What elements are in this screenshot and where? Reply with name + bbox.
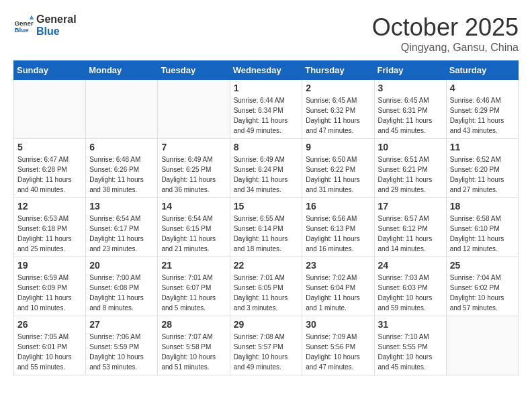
day-number: 29: [234, 319, 299, 330]
day-info: Sunrise: 6:46 AM Sunset: 6:29 PM Dayligh…: [450, 95, 515, 136]
calendar-cell: 17Sunrise: 6:57 AM Sunset: 6:12 PM Dayli…: [374, 198, 446, 257]
day-info: Sunrise: 6:59 AM Sunset: 6:09 PM Dayligh…: [17, 273, 82, 313]
calendar-cell: 24Sunrise: 7:03 AM Sunset: 6:03 PM Dayli…: [374, 257, 446, 316]
day-number: 13: [89, 201, 154, 212]
calendar-cell: 16Sunrise: 6:56 AM Sunset: 6:13 PM Dayli…: [302, 198, 374, 257]
day-info: Sunrise: 6:47 AM Sunset: 6:28 PM Dayligh…: [17, 154, 82, 195]
day-number: 20: [89, 260, 154, 271]
day-info: Sunrise: 7:04 AM Sunset: 6:02 PM Dayligh…: [450, 273, 515, 313]
calendar-cell: 15Sunrise: 6:55 AM Sunset: 6:14 PM Dayli…: [230, 198, 302, 257]
calendar-cell: 8Sunrise: 6:49 AM Sunset: 6:24 PM Daylig…: [230, 139, 302, 198]
calendar-cell: 7Sunrise: 6:49 AM Sunset: 6:25 PM Daylig…: [158, 139, 230, 198]
col-header-saturday: Saturday: [446, 61, 518, 80]
col-header-friday: Friday: [374, 61, 446, 80]
page-header: General Blue General Blue October 2025 Q…: [13, 13, 519, 54]
svg-text:Blue: Blue: [15, 26, 30, 33]
day-number: 28: [161, 319, 226, 330]
day-info: Sunrise: 6:49 AM Sunset: 6:24 PM Dayligh…: [234, 154, 299, 195]
day-info: Sunrise: 7:00 AM Sunset: 6:08 PM Dayligh…: [89, 273, 154, 313]
calendar-cell: 4Sunrise: 6:46 AM Sunset: 6:29 PM Daylig…: [446, 80, 518, 139]
calendar-cell: 5Sunrise: 6:47 AM Sunset: 6:28 PM Daylig…: [14, 139, 86, 198]
calendar-cell: [86, 80, 158, 139]
week-row-2: 5Sunrise: 6:47 AM Sunset: 6:28 PM Daylig…: [14, 139, 519, 198]
calendar-cell: 9Sunrise: 6:50 AM Sunset: 6:22 PM Daylig…: [302, 139, 374, 198]
calendar-cell: 25Sunrise: 7:04 AM Sunset: 6:02 PM Dayli…: [446, 257, 518, 316]
calendar-cell: 20Sunrise: 7:00 AM Sunset: 6:08 PM Dayli…: [86, 257, 158, 316]
day-number: 6: [89, 142, 154, 152]
day-number: 16: [306, 201, 370, 212]
day-info: Sunrise: 7:01 AM Sunset: 6:07 PM Dayligh…: [161, 273, 226, 313]
calendar-cell: 1Sunrise: 6:44 AM Sunset: 6:34 PM Daylig…: [230, 80, 302, 139]
calendar-cell: 31Sunrise: 7:10 AM Sunset: 5:55 PM Dayli…: [374, 316, 446, 375]
day-number: 24: [378, 260, 443, 271]
calendar-cell: 18Sunrise: 6:58 AM Sunset: 6:10 PM Dayli…: [446, 198, 518, 257]
day-info: Sunrise: 7:10 AM Sunset: 5:55 PM Dayligh…: [378, 332, 443, 372]
day-info: Sunrise: 7:07 AM Sunset: 5:58 PM Dayligh…: [161, 332, 226, 372]
day-number: 8: [234, 142, 299, 152]
week-row-3: 12Sunrise: 6:53 AM Sunset: 6:18 PM Dayli…: [14, 198, 519, 257]
day-number: 15: [234, 201, 299, 212]
calendar-cell: 14Sunrise: 6:54 AM Sunset: 6:15 PM Dayli…: [158, 198, 230, 257]
col-header-tuesday: Tuesday: [158, 61, 230, 80]
day-info: Sunrise: 6:54 AM Sunset: 6:17 PM Dayligh…: [89, 214, 154, 254]
col-header-wednesday: Wednesday: [230, 61, 302, 80]
day-number: 31: [378, 319, 443, 330]
day-info: Sunrise: 6:48 AM Sunset: 6:26 PM Dayligh…: [89, 154, 154, 195]
day-number: 10: [378, 142, 443, 152]
calendar-cell: 11Sunrise: 6:52 AM Sunset: 6:20 PM Dayli…: [446, 139, 518, 198]
month-title: October 2025: [372, 13, 519, 42]
col-header-sunday: Sunday: [14, 61, 86, 80]
day-info: Sunrise: 6:49 AM Sunset: 6:25 PM Dayligh…: [161, 154, 226, 195]
logo-line2: Blue: [36, 26, 77, 38]
day-info: Sunrise: 7:08 AM Sunset: 5:57 PM Dayligh…: [234, 332, 299, 372]
day-number: 25: [450, 260, 515, 271]
col-header-monday: Monday: [86, 61, 158, 80]
calendar-cell: 29Sunrise: 7:08 AM Sunset: 5:57 PM Dayli…: [230, 316, 302, 375]
day-info: Sunrise: 6:55 AM Sunset: 6:14 PM Dayligh…: [234, 214, 299, 254]
day-number: 30: [306, 319, 370, 330]
day-info: Sunrise: 6:44 AM Sunset: 6:34 PM Dayligh…: [234, 95, 299, 136]
day-number: 26: [17, 319, 82, 330]
day-number: 5: [17, 142, 82, 152]
calendar-cell: 23Sunrise: 7:02 AM Sunset: 6:04 PM Dayli…: [302, 257, 374, 316]
day-number: 9: [306, 142, 370, 152]
col-header-thursday: Thursday: [302, 61, 374, 80]
day-number: 11: [450, 142, 515, 152]
calendar-cell: 3Sunrise: 6:45 AM Sunset: 6:31 PM Daylig…: [374, 80, 446, 139]
calendar-cell: 12Sunrise: 6:53 AM Sunset: 6:18 PM Dayli…: [14, 198, 86, 257]
calendar-cell: [446, 316, 518, 375]
calendar-cell: 21Sunrise: 7:01 AM Sunset: 6:07 PM Dayli…: [158, 257, 230, 316]
day-info: Sunrise: 6:45 AM Sunset: 6:32 PM Dayligh…: [306, 95, 370, 136]
calendar-cell: [14, 80, 86, 139]
day-info: Sunrise: 6:45 AM Sunset: 6:31 PM Dayligh…: [378, 95, 443, 136]
day-number: 2: [306, 83, 370, 93]
day-number: 1: [234, 83, 299, 93]
calendar-cell: [158, 80, 230, 139]
day-info: Sunrise: 6:58 AM Sunset: 6:10 PM Dayligh…: [450, 214, 515, 254]
day-info: Sunrise: 7:01 AM Sunset: 6:05 PM Dayligh…: [234, 273, 299, 313]
calendar-cell: 30Sunrise: 7:09 AM Sunset: 5:56 PM Dayli…: [302, 316, 374, 375]
calendar-cell: 2Sunrise: 6:45 AM Sunset: 6:32 PM Daylig…: [302, 80, 374, 139]
calendar-header-row: SundayMondayTuesdayWednesdayThursdayFrid…: [14, 61, 519, 80]
logo: General Blue General Blue: [13, 13, 77, 37]
day-number: 23: [306, 260, 370, 271]
day-number: 17: [378, 201, 443, 212]
day-number: 22: [234, 260, 299, 271]
day-number: 12: [17, 201, 82, 212]
day-info: Sunrise: 7:06 AM Sunset: 5:59 PM Dayligh…: [89, 332, 154, 372]
week-row-1: 1Sunrise: 6:44 AM Sunset: 6:34 PM Daylig…: [14, 80, 519, 139]
day-info: Sunrise: 7:03 AM Sunset: 6:03 PM Dayligh…: [378, 273, 443, 313]
day-info: Sunrise: 6:56 AM Sunset: 6:13 PM Dayligh…: [306, 214, 370, 254]
day-info: Sunrise: 6:51 AM Sunset: 6:21 PM Dayligh…: [378, 154, 443, 195]
day-info: Sunrise: 6:53 AM Sunset: 6:18 PM Dayligh…: [17, 214, 82, 254]
location: Qingyang, Gansu, China: [372, 42, 519, 54]
calendar-cell: 10Sunrise: 6:51 AM Sunset: 6:21 PM Dayli…: [374, 139, 446, 198]
day-info: Sunrise: 7:02 AM Sunset: 6:04 PM Dayligh…: [306, 273, 370, 313]
title-block: October 2025 Qingyang, Gansu, China: [372, 13, 519, 54]
calendar-table: SundayMondayTuesdayWednesdayThursdayFrid…: [13, 60, 519, 375]
day-number: 14: [161, 201, 226, 212]
calendar-cell: 22Sunrise: 7:01 AM Sunset: 6:05 PM Dayli…: [230, 257, 302, 316]
week-row-4: 19Sunrise: 6:59 AM Sunset: 6:09 PM Dayli…: [14, 257, 519, 316]
day-info: Sunrise: 7:09 AM Sunset: 5:56 PM Dayligh…: [306, 332, 370, 372]
svg-marker-3: [30, 15, 34, 19]
